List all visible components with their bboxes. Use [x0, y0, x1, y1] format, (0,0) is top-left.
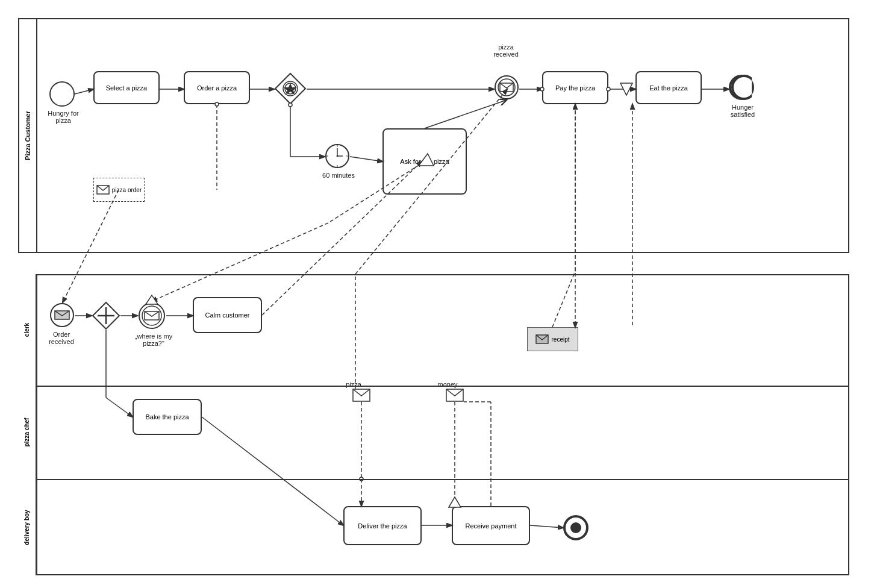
- end-event-delivery: [563, 515, 588, 540]
- pizza-received-label: pizzareceived: [482, 43, 530, 58]
- bpmn-diagram: Pizza Customer Pizza vendor clerk pizza …: [0, 0, 874, 588]
- msg-event-where-pizza: [137, 301, 166, 330]
- end-event-label: Hungersatisfied: [719, 104, 767, 118]
- pool-customer-label: Pizza Customer: [19, 19, 37, 252]
- msg-receipt: receipt: [527, 327, 578, 351]
- lane-chef-label: pizza chef: [18, 386, 36, 479]
- pizza-msg-label: pizza: [339, 381, 369, 388]
- lane-divider-chef: [18, 386, 849, 387]
- money-msg-label: money: [432, 381, 463, 388]
- start-event-hungry-label: Hungry for pizza: [39, 110, 87, 124]
- msg-event-pizza-received: [494, 75, 519, 100]
- lane-divider-delivery: [18, 479, 849, 480]
- task-receive-payment: Receive payment: [452, 506, 530, 545]
- gateway-event-based: [274, 72, 307, 105]
- end-event-hunger-satisfied: [729, 75, 754, 100]
- msg-pizza: [352, 389, 370, 402]
- task-deliver-pizza: Deliver the pizza: [343, 506, 422, 545]
- task-bake-pizza: Bake the pizza: [133, 399, 202, 435]
- task-order-pizza: Order a pizza: [184, 71, 250, 104]
- msg-pizza-order: pizza order: [93, 178, 145, 202]
- subprocess-ask-pizza: Ask for the pizza: [382, 128, 467, 195]
- task-eat-pizza: Eat the pizza: [635, 71, 702, 104]
- task-calm-customer: Calm customer: [193, 297, 262, 333]
- gateway-parallel: [92, 301, 120, 330]
- task-select-pizza: Select a pizza: [93, 71, 160, 104]
- svg-point-15: [732, 76, 752, 99]
- where-pizza-label: „where is mypizza?": [126, 333, 181, 347]
- msg-money: [446, 389, 464, 402]
- lane-clerk-label: clerk: [18, 274, 36, 386]
- order-received-label: Orderreceived: [37, 331, 86, 345]
- svg-point-29: [570, 522, 581, 533]
- start-msg-order-received: [49, 302, 75, 328]
- lane-delivery-label: delivery boy: [18, 479, 36, 575]
- start-event-hungry: [49, 81, 75, 107]
- timer-label: 60 minutes: [314, 172, 363, 179]
- timer-event-60min: [325, 143, 350, 169]
- task-pay-pizza: Pay the pizza: [542, 71, 608, 104]
